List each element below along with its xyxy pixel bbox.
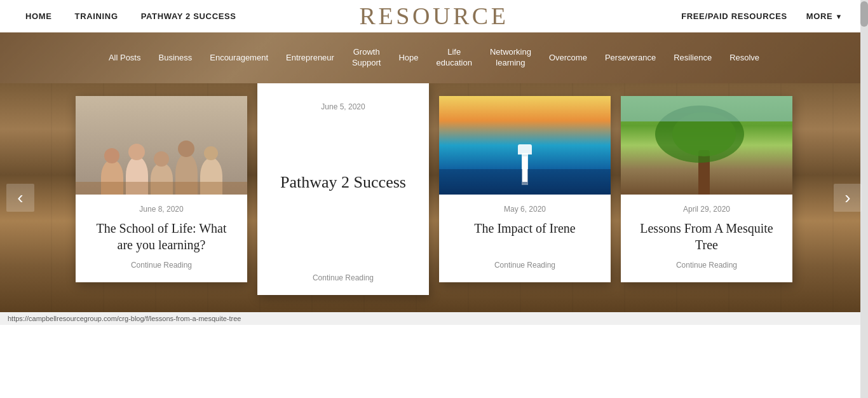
card-title-school-life: The School of Life: What are you learnin… [88,220,234,253]
card-title-mesquite: Lessons From A Mesquite Tree [634,220,780,253]
card-body-irene: May 6, 2020 The Impact of Irene Continue… [439,195,611,282]
card-date-pathway: June 5, 2020 [321,102,365,111]
card-date-mesquite: April 29, 2020 [683,205,730,214]
nav-left: HOME TRAINING PATHWAY 2 SUCCESS [25,11,236,21]
card-date-school-life: June 8, 2020 [139,205,183,214]
cat-life-education[interactable]: Life education [428,45,481,71]
card-read-more-school-life[interactable]: Continue Reading [131,261,192,270]
cat-growth-support[interactable]: Growth Support [343,45,390,71]
top-navigation: HOME TRAINING PATHWAY 2 SUCCESS CAMPBELL… [0,0,868,32]
cat-resilience[interactable]: Resilience [665,50,721,66]
card-image-team [76,96,247,195]
card-body-school-life: June 8, 2020 The School of Life: What ar… [76,195,247,282]
card-impact-irene: May 6, 2020 The Impact of Irene Continue… [439,96,611,282]
card-read-more-irene[interactable]: Continue Reading [494,261,555,270]
card-date-irene: May 6, 2020 [504,205,546,214]
card-mesquite-tree: April 29, 2020 Lessons From A Mesquite T… [621,96,792,282]
cat-perseverance[interactable]: Perseverance [596,50,665,66]
nav-home[interactable]: HOME [25,11,52,21]
nav-right: FREE/PAID RESOURCES MORE ▼ [681,11,843,21]
card-image-lighthouse [439,96,611,195]
card-read-more-pathway[interactable]: Continue Reading [313,273,374,282]
card-body-pathway: June 5, 2020 Pathway 2 Success Continue … [257,83,429,295]
cat-hope[interactable]: Hope [390,50,427,66]
cat-entrepreneur[interactable]: Entrepreneur [277,50,343,66]
card-school-life: June 8, 2020 The School of Life: What ar… [76,96,247,282]
nav-training[interactable]: TRAINING [75,11,118,21]
nav-resources[interactable]: FREE/PAID RESOURCES [681,11,787,21]
right-arrow-icon: › [844,188,850,208]
card-body-mesquite: April 29, 2020 Lessons From A Mesquite T… [621,195,792,282]
prev-arrow[interactable]: ‹ [6,184,34,212]
card-pathway-success: June 5, 2020 Pathway 2 Success Continue … [257,83,429,295]
next-arrow[interactable]: › [834,184,862,212]
cards-container: June 8, 2020 The School of Life: What ar… [0,83,868,295]
card-image-tree [621,96,792,195]
nav-pathway[interactable]: PATHWAY 2 SUCCESS [141,11,236,21]
cat-overcome[interactable]: Overcome [540,50,596,66]
blog-cards-area: ‹ [0,83,868,312]
status-bar: https://campbellresourcegroup.com/crg-bl… [0,312,868,325]
cat-networking[interactable]: Networking learning [481,45,540,71]
cat-all-posts[interactable]: All Posts [100,50,150,66]
category-banner: All Posts Business Encouragement Entrepr… [0,32,868,83]
card-title-pathway: Pathway 2 Success [280,172,406,193]
status-url: https://campbellresourcegroup.com/crg-bl… [8,315,241,322]
scrollbar-thumb[interactable] [860,1,868,27]
cat-resolve[interactable]: Resolve [721,50,768,66]
chevron-down-icon: ▼ [835,13,843,20]
nav-more[interactable]: MORE ▼ [806,11,843,21]
card-read-more-mesquite[interactable]: Continue Reading [676,261,737,270]
cat-business[interactable]: Business [149,50,201,66]
card-title-irene: The Impact of Irene [474,220,575,237]
left-arrow-icon: ‹ [17,188,23,208]
cat-encouragement[interactable]: Encouragement [201,50,277,66]
